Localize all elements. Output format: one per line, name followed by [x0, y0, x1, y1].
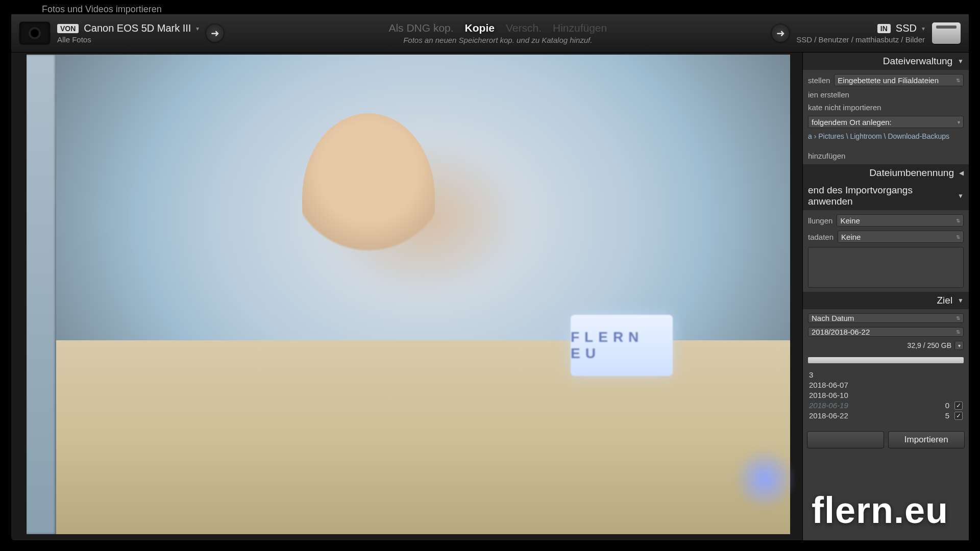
section-destination[interactable]: Ziel▼	[803, 292, 969, 309]
storage-disclosure[interactable]: ▾	[954, 341, 964, 350]
arrow-right-icon[interactable]: ➜	[772, 24, 789, 42]
checkbox-add-to-collection[interactable]: hinzufügen	[808, 152, 964, 160]
import-button[interactable]: Importieren	[888, 431, 965, 448]
destination-date-tree: 3 2018-06-072018-06-102018-06-1902018-06…	[808, 370, 964, 424]
select-metadata[interactable]: Keine⇅	[838, 231, 964, 243]
window-title: Fotos und Videos importieren	[42, 4, 162, 15]
section-apply-during-import[interactable]: end des Importvorgangs anwenden▼	[803, 182, 969, 210]
chevron-down-icon: ▾	[196, 25, 199, 32]
tree-row[interactable]: 2018-06-10	[808, 391, 964, 399]
lens-flare	[734, 448, 795, 510]
triangle-down-icon: ▼	[958, 192, 964, 199]
destination-subtitle: SSD / Benutzer / matthiasbutz / Bilder	[796, 35, 925, 44]
label-render-previews: stellen	[808, 76, 830, 85]
checkbox-smart-previews[interactable]: ien erstellen	[808, 90, 964, 99]
triangle-down-icon: ▼	[958, 58, 964, 65]
preview-area[interactable]: FLERN EU	[12, 54, 802, 539]
watermark: flern.eu	[812, 489, 948, 531]
drive-icon	[932, 22, 961, 44]
destination-title: SSD	[896, 22, 917, 34]
mode-add[interactable]: Hinzufügen	[553, 22, 607, 34]
select-render-previews[interactable]: Eingebettete und Filialdateien⇅	[834, 74, 964, 86]
chevron-down-icon: ▾	[922, 25, 925, 32]
second-copy-path[interactable]: a › Pictures \ Lightroom \ Download-Back…	[808, 132, 964, 140]
right-panel: Dateiverwaltung▼ stellen Eingebettete un…	[802, 53, 969, 540]
camera-icon	[19, 22, 50, 44]
select-organize[interactable]: Nach Datum⇅	[808, 313, 964, 323]
tree-count: 0	[945, 401, 949, 410]
background-monitor: FLERN EU	[571, 315, 673, 376]
tree-row[interactable]: 2018-06-07	[808, 381, 964, 389]
tree-checkbox[interactable]	[954, 402, 963, 410]
storage-bar	[808, 357, 964, 363]
tree-date-label: 2018-06-07	[809, 381, 848, 389]
source-badge: VON	[57, 24, 79, 33]
select-date-format[interactable]: 2018/2018-06-22⇅	[808, 327, 964, 337]
section-file-renaming[interactable]: Dateiumbenennung◀	[803, 164, 969, 182]
arrow-right-icon[interactable]: ➜	[206, 24, 224, 42]
mode-description: Fotos an neuen Speicherort kop. und zu K…	[403, 36, 592, 44]
cancel-button[interactable]	[807, 431, 884, 448]
mode-move[interactable]: Versch.	[506, 22, 542, 34]
storage-text: 32,9 / 250 GB	[908, 341, 951, 349]
mode-as-dng[interactable]: Als DNG kop.	[388, 22, 453, 34]
select-second-copy[interactable]: folgendem Ort anlegen:▾	[808, 116, 964, 128]
tree-count: 5	[945, 411, 949, 420]
section-file-handling[interactable]: Dateiverwaltung▼	[803, 53, 969, 70]
destination-picker[interactable]: IN SSD ▾	[877, 22, 925, 34]
triangle-left-icon: ◀	[959, 169, 964, 177]
tree-date-label: 2018-06-19	[809, 401, 848, 410]
source-picker[interactable]: VON Canon EOS 5D Mark III ▾	[57, 22, 199, 34]
source-subtitle[interactable]: Alle Fotos	[57, 35, 199, 44]
preview-photo: FLERN EU	[27, 55, 790, 534]
label-develop-settings: llungen	[808, 216, 832, 225]
label-metadata: tadaten	[808, 233, 834, 241]
tree-row[interactable]: 2018-06-225	[808, 411, 964, 420]
import-header: VON Canon EOS 5D Mark III ▾ Alle Fotos ➜…	[11, 14, 969, 53]
tree-date-label: 2018-06-10	[809, 391, 848, 399]
checkbox-no-duplicates[interactable]: kate nicht importieren	[808, 103, 964, 112]
tree-root[interactable]: 3	[809, 370, 813, 379]
tree-checkbox[interactable]	[954, 412, 963, 420]
tree-row[interactable]: 2018-06-190	[808, 401, 964, 410]
thumbnail-edge	[27, 55, 56, 534]
tree-date-label: 2018-06-22	[809, 411, 848, 420]
import-mode-row: Als DNG kop. Kopie Versch. Hinzufügen	[388, 22, 607, 34]
mode-copy[interactable]: Kopie	[465, 22, 495, 34]
source-title: Canon EOS 5D Mark III	[84, 22, 191, 34]
destination-badge: IN	[877, 24, 891, 33]
triangle-down-icon: ▼	[958, 297, 964, 304]
keywords-input[interactable]	[808, 247, 964, 288]
select-develop-settings[interactable]: Keine⇅	[837, 214, 964, 227]
